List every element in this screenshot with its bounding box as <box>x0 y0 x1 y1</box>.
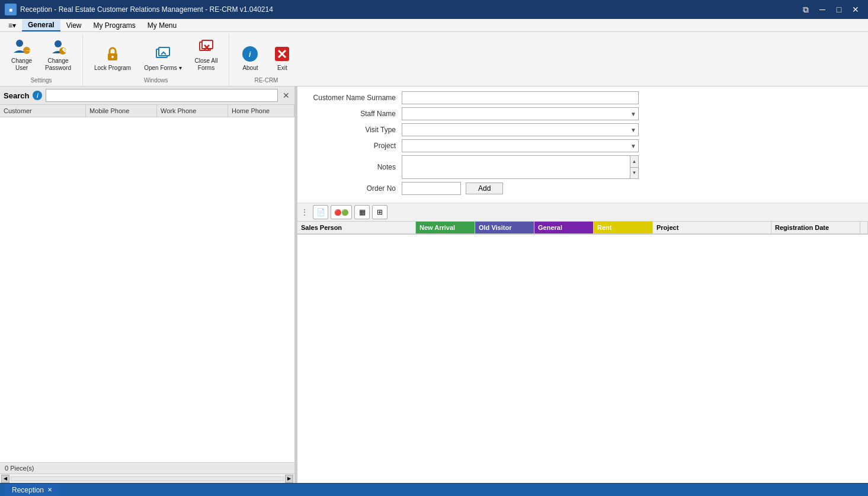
grid-col-extra <box>860 222 868 233</box>
ribbon-group-settings-label: Settings <box>30 77 52 84</box>
search-input[interactable] <box>46 89 278 102</box>
search-info-icon[interactable]: i <box>33 91 42 100</box>
notes-label: Notes <box>307 163 402 171</box>
chart-button[interactable]: ⊞ <box>372 205 387 219</box>
svg-text:→: → <box>25 46 31 55</box>
exit-button[interactable]: Exit <box>267 41 297 75</box>
change-user-button[interactable]: → ChangeUser <box>6 34 37 75</box>
notes-textarea[interactable] <box>402 155 630 179</box>
restore-button[interactable]: ⧉ <box>798 2 813 17</box>
change-password-icon: ✎ <box>49 37 68 56</box>
grid-view-icon: ▦ <box>359 208 366 216</box>
change-user-icon: → <box>12 37 31 56</box>
title-bar-title: Reception - Real Estate Customer Relatio… <box>20 5 273 14</box>
add-button[interactable]: Add <box>466 183 503 194</box>
ribbon-group-settings-items: → ChangeUser ✎ ChangePassword <box>6 34 76 75</box>
status-tab-reception[interactable]: Reception ✕ <box>5 484 59 496</box>
grid-col-rent: Rent <box>594 222 653 233</box>
svg-rect-9 <box>159 47 169 56</box>
minimize-button[interactable]: ─ <box>815 2 830 17</box>
menu-bar: ≡▾ General View My Programs My Menu <box>0 19 868 32</box>
col-header-home-phone: Home Phone <box>228 105 294 117</box>
project-row: Project ▼ <box>307 139 859 152</box>
grid-view-button[interactable]: ▦ <box>354 205 370 219</box>
svg-text:✎: ✎ <box>61 47 67 55</box>
export-button[interactable]: 📄 <box>313 205 328 219</box>
search-label: Search <box>4 91 29 100</box>
scroll-left-arrow[interactable]: ◀ <box>1 475 9 483</box>
title-bar: ■ Reception - Real Estate Customer Relat… <box>0 0 868 19</box>
table-body[interactable] <box>0 117 294 462</box>
open-forms-button[interactable]: Open Forms ▾ <box>139 41 187 75</box>
main-content: Search i ✕ Customer Mobile Phone Work Ph… <box>0 87 868 483</box>
change-password-label: ChangePassword <box>45 57 71 72</box>
lock-program-button[interactable]: Lock Program <box>89 41 136 75</box>
form-section: Customer Name Surname Staff Name ▼ Visit… <box>297 87 868 203</box>
status-bar: Reception ✕ <box>0 483 868 496</box>
visit-type-label: Visit Type <box>307 126 402 134</box>
change-password-button[interactable]: ✎ ChangePassword <box>40 34 76 75</box>
open-forms-label: Open Forms ▾ <box>144 65 181 72</box>
ribbon-group-recrm: i About Exit RE-CRM <box>229 34 303 86</box>
menu-general[interactable]: General <box>22 20 60 31</box>
project-select[interactable] <box>402 139 639 152</box>
notes-row: Notes ▲ ▼ <box>307 155 859 179</box>
ribbon-group-recrm-items: i About Exit <box>235 34 297 75</box>
app-icon: ■ <box>5 4 17 15</box>
grid-col-project: Project <box>653 222 771 233</box>
status-tab-close[interactable]: ✕ <box>47 487 52 493</box>
col-header-customer: Customer <box>0 105 86 117</box>
customer-name-input[interactable] <box>402 91 639 104</box>
order-no-label: Order No <box>307 184 402 193</box>
grid-toolbar: ⋮ 📄 🔴🟢 ▦ ⊞ <box>297 203 868 222</box>
order-no-row: Order No Add <box>307 182 859 195</box>
data-grid[interactable]: Sales Person New Arrival Old Visitor Gen… <box>297 222 868 483</box>
maximize-button[interactable]: □ <box>831 2 847 17</box>
notes-wrapper: ▲ ▼ <box>402 155 639 179</box>
table-scrollbar-h[interactable]: ◀ ▶ <box>0 473 294 483</box>
lock-icon <box>103 44 122 63</box>
color-icon: 🔴🟢 <box>334 209 348 216</box>
chart-icon: ⊞ <box>377 208 383 216</box>
staff-name-wrapper: ▼ <box>402 107 639 120</box>
notes-scroll: ▲ ▼ <box>630 155 639 179</box>
ribbon-group-settings: → ChangeUser ✎ ChangePassword Settin <box>0 34 83 86</box>
visit-type-select[interactable] <box>402 123 639 136</box>
about-button[interactable]: i About <box>235 41 265 75</box>
svg-point-7 <box>111 56 114 58</box>
close-all-forms-button[interactable]: Close AllForms <box>190 34 223 75</box>
ribbon-group-windows-items: Lock Program Open Forms ▾ <box>89 34 223 75</box>
title-bar-controls[interactable]: ⧉ ─ □ ✕ <box>798 2 863 17</box>
svg-point-3 <box>55 40 62 47</box>
col-header-mobile-phone: Mobile Phone <box>86 105 157 117</box>
order-no-input[interactable] <box>402 182 461 195</box>
ribbon-group-recrm-label: RE-CRM <box>254 77 278 84</box>
menu-view[interactable]: View <box>60 20 88 31</box>
visit-type-row: Visit Type ▼ <box>307 123 859 136</box>
search-close-button[interactable]: ✕ <box>281 91 291 100</box>
table-header: Customer Mobile Phone Work Phone Home Ph… <box>0 105 294 117</box>
right-panel: Customer Name Surname Staff Name ▼ Visit… <box>297 87 868 483</box>
search-bar: Search i ✕ <box>0 87 294 105</box>
grid-toolbar-dots: ⋮ <box>301 208 308 216</box>
menu-my-menu[interactable]: My Menu <box>142 20 182 31</box>
about-icon: i <box>241 44 260 63</box>
customer-name-row: Customer Name Surname <box>307 91 859 104</box>
about-label: About <box>242 65 258 72</box>
color-scheme-button[interactable]: 🔴🟢 <box>331 205 352 219</box>
menu-my-programs[interactable]: My Programs <box>88 20 142 31</box>
change-user-label: ChangeUser <box>11 57 32 72</box>
menu-hamburger[interactable]: ≡▾ <box>2 20 22 31</box>
grid-col-registration-date: Registration Date <box>771 222 860 233</box>
notes-scroll-up[interactable]: ▲ <box>630 156 638 168</box>
ribbon-group-windows-label: Windows <box>144 77 168 84</box>
scroll-right-arrow[interactable]: ▶ <box>285 475 293 483</box>
close-all-forms-label: Close AllForms <box>195 57 218 72</box>
ribbon-group-windows: Lock Program Open Forms ▾ <box>83 34 230 86</box>
scroll-track[interactable] <box>11 476 284 481</box>
notes-scroll-down[interactable]: ▼ <box>630 168 638 179</box>
close-forms-icon <box>197 37 216 56</box>
staff-name-select[interactable] <box>402 107 639 120</box>
close-button[interactable]: ✕ <box>848 2 863 17</box>
left-panel: Search i ✕ Customer Mobile Phone Work Ph… <box>0 87 295 483</box>
